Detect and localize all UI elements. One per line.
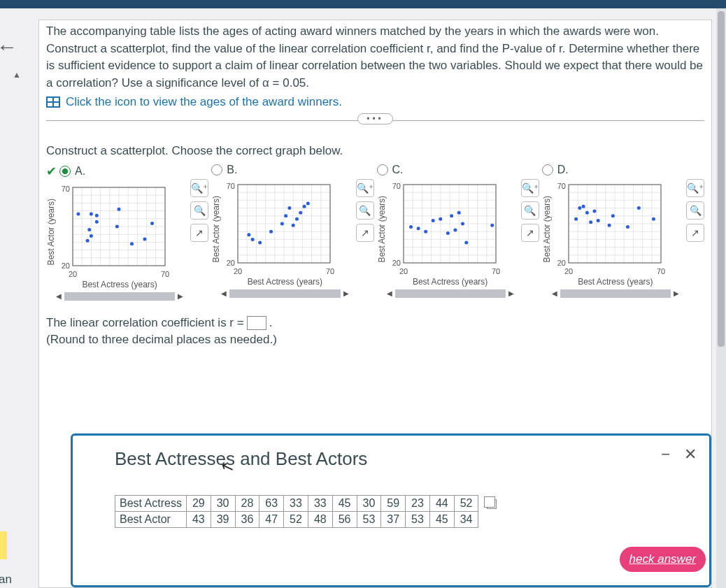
svg-point-72 <box>303 204 306 208</box>
option-row: ✔A. Best Actor (years) 20702070 Best Act… <box>39 164 711 301</box>
close-icon[interactable]: ✕ <box>684 445 697 464</box>
h-scroll[interactable]: ◀▶ <box>387 289 514 298</box>
svg-point-33 <box>143 237 146 241</box>
radio-d[interactable] <box>542 164 553 175</box>
round-note: (Round to three decimal places as needed… <box>39 333 711 347</box>
y-axis-label: Best Actor (years) <box>377 196 387 262</box>
svg-point-27 <box>90 212 93 215</box>
svg-point-148 <box>611 214 615 217</box>
x-axis-label: Best Actress (years) <box>387 277 514 287</box>
svg-point-28 <box>95 220 99 223</box>
svg-point-142 <box>581 204 585 208</box>
svg-text:20: 20 <box>564 267 573 275</box>
option-d[interactable]: D. Best Actor (years) 20702070 Best Actr… <box>542 164 704 298</box>
svg-point-151 <box>652 217 655 220</box>
svg-text:70: 70 <box>326 267 334 275</box>
svg-point-34 <box>150 222 154 225</box>
svg-text:20: 20 <box>227 259 235 267</box>
data-modal: − ✕ Best Actresses and Best Actors Best … <box>71 433 711 587</box>
collapse-icon[interactable]: ▲ <box>13 70 21 80</box>
svg-text:70: 70 <box>557 182 566 190</box>
minimize-icon[interactable]: − <box>661 445 670 464</box>
option-a[interactable]: ✔A. Best Actor (years) 20702070 Best Act… <box>46 164 208 301</box>
svg-text:70: 70 <box>491 267 499 275</box>
svg-point-141 <box>578 206 581 210</box>
svg-point-112 <box>490 223 494 227</box>
scatter-a: 20702070 <box>57 183 169 281</box>
svg-point-108 <box>453 228 457 231</box>
check-answer-button[interactable]: heck answer <box>620 547 706 572</box>
svg-point-71 <box>299 210 303 214</box>
r-input[interactable] <box>247 316 266 330</box>
option-label: A. <box>75 165 85 178</box>
section-divider-icon[interactable]: ••• <box>39 113 711 124</box>
zoom-out-icon[interactable]: 🔍 <box>686 201 704 220</box>
svg-point-140 <box>574 217 578 220</box>
svg-text:70: 70 <box>392 182 400 190</box>
popout-icon[interactable]: ↗ <box>521 224 539 242</box>
svg-point-145 <box>592 209 596 213</box>
radio-b[interactable] <box>211 164 222 175</box>
copy-icon[interactable] <box>487 499 497 509</box>
y-axis-label: Best Actor (years) <box>46 199 56 265</box>
popout-icon[interactable]: ↗ <box>190 224 208 242</box>
x-axis-label: Best Actress (years) <box>552 277 679 287</box>
svg-point-109 <box>457 210 460 214</box>
zoom-in-icon[interactable]: 🔍⁺ <box>190 179 208 197</box>
svg-point-102 <box>416 227 420 230</box>
option-label: D. <box>557 164 569 176</box>
y-axis-label: Best Actor (years) <box>542 196 552 262</box>
svg-point-144 <box>589 220 592 224</box>
popout-icon[interactable]: ↗ <box>356 224 374 242</box>
question-text: The accompanying table lists the ages of… <box>39 20 711 92</box>
option-c[interactable]: C. Best Actor (years) 20702070 Best Actr… <box>377 164 539 298</box>
zoom-in-icon[interactable]: 🔍⁺ <box>686 179 704 197</box>
table-icon[interactable] <box>46 96 60 108</box>
option-label: C. <box>392 164 404 176</box>
row-header: Best Actor <box>115 512 187 528</box>
svg-text:70: 70 <box>62 185 70 193</box>
back-icon[interactable]: ← <box>0 35 17 59</box>
zoom-out-icon[interactable]: 🔍 <box>356 201 374 220</box>
svg-text:70: 70 <box>657 267 665 275</box>
svg-point-32 <box>130 242 134 245</box>
svg-point-31 <box>118 207 121 210</box>
svg-point-143 <box>585 210 589 214</box>
y-axis-label: Best Actor (years) <box>211 196 221 262</box>
svg-text:70: 70 <box>227 182 235 190</box>
h-scroll[interactable]: ◀▶ <box>552 289 679 298</box>
svg-point-69 <box>292 223 295 227</box>
zoom-in-icon[interactable]: 🔍⁺ <box>356 179 374 197</box>
svg-point-101 <box>409 225 413 229</box>
svg-point-25 <box>87 228 91 231</box>
svg-point-103 <box>424 229 427 233</box>
svg-point-73 <box>306 201 310 205</box>
svg-point-70 <box>295 217 299 220</box>
x-axis-label: Best Actress (years) <box>56 280 183 289</box>
page-scrollbar[interactable] <box>716 8 726 588</box>
zoom-out-icon[interactable]: 🔍 <box>521 201 539 220</box>
svg-point-63 <box>251 237 255 241</box>
highlight-strip <box>0 531 7 559</box>
h-scroll[interactable]: ◀▶ <box>56 292 183 301</box>
svg-point-23 <box>76 212 80 215</box>
r-sentence-pre: The linear correlation coefficient is r … <box>46 316 244 330</box>
h-scroll[interactable]: ◀▶ <box>221 289 348 298</box>
svg-point-104 <box>431 219 434 222</box>
popout-icon[interactable]: ↗ <box>686 224 704 242</box>
svg-text:20: 20 <box>392 259 400 267</box>
svg-point-64 <box>258 241 262 244</box>
svg-point-105 <box>439 217 442 220</box>
svg-point-65 <box>269 229 273 233</box>
scatter-c: 20702070 <box>388 180 500 278</box>
zoom-out-icon[interactable]: 🔍 <box>190 201 208 220</box>
zoom-in-icon[interactable]: 🔍⁺ <box>521 179 539 197</box>
svg-point-26 <box>90 234 93 238</box>
view-data-link[interactable]: Click the icon to view the ages of the a… <box>66 95 342 109</box>
svg-point-111 <box>464 241 468 244</box>
radio-a[interactable] <box>59 166 71 177</box>
radio-c[interactable] <box>377 164 388 175</box>
r-sentence-post: . <box>269 316 273 330</box>
option-b[interactable]: B. Best Actor (years) 20702070 Best Actr… <box>211 164 373 298</box>
svg-point-68 <box>288 206 292 210</box>
